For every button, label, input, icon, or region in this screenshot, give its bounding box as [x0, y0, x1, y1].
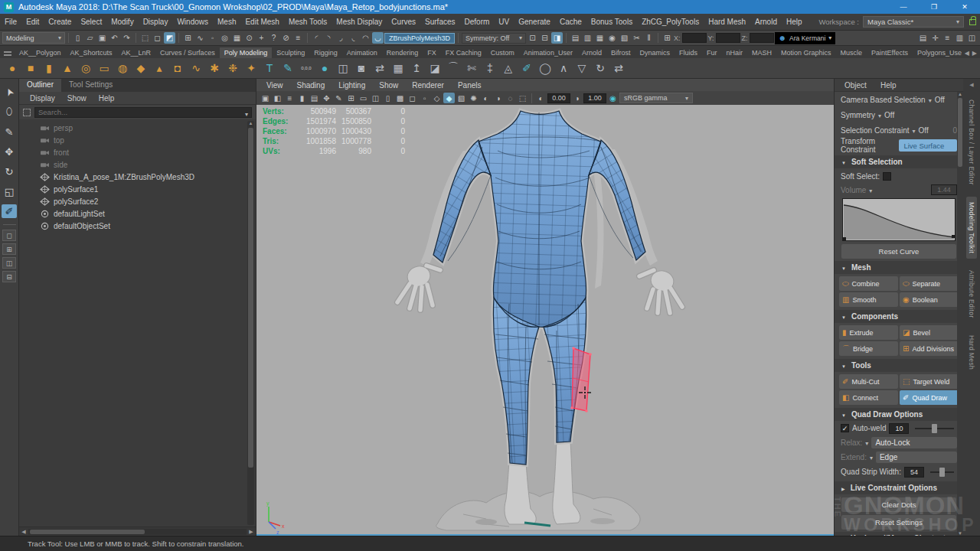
live-surface-button[interactable]: Live Surface — [899, 139, 957, 152]
zero-transform-icon[interactable]: 0,0,0 — [297, 59, 315, 77]
shelf-scroll-arrows[interactable]: ◀▶ — [962, 48, 980, 58]
wireframe-icon[interactable]: ◇ — [431, 93, 443, 103]
sidebar-vertical-tab[interactable]: Channel Box / Layer Editor — [966, 94, 977, 191]
scrollbar-thumb[interactable] — [958, 98, 962, 167]
shelf-tab[interactable]: Poly Modeling — [220, 47, 273, 58]
shelf-tab[interactable]: FX Caching — [441, 47, 486, 58]
viewport-canvas[interactable]: x y z Verts: 500949 500367 0 Ed — [256, 105, 834, 534]
poly-pipe-icon[interactable]: ◘ — [168, 59, 187, 77]
close-button[interactable]: ✕ — [949, 0, 980, 14]
tool-settings-toggle-icon[interactable]: ✛ — [929, 32, 941, 44]
menu-item[interactable]: Help — [782, 18, 807, 26]
outliner-item[interactable]: defaultObjectSet — [19, 220, 256, 232]
outliner-menu-item[interactable]: Show — [61, 94, 93, 103]
construction-history-icon[interactable]: ◜ — [311, 32, 322, 44]
shelf-tab[interactable]: AK__LnR — [117, 47, 156, 58]
falloff-curve-widget[interactable] — [842, 198, 956, 241]
shelf-tab[interactable]: PaintEffects — [867, 47, 913, 58]
tab-outliner[interactable]: Outliner — [19, 79, 61, 92]
mesh-tool-button[interactable]: ⬭Separate — [900, 276, 959, 291]
selection-highlight-icon[interactable]: ◡ — [372, 32, 384, 44]
color-managed-icon[interactable]: ◉ — [607, 93, 619, 103]
redo-icon[interactable]: ↷ — [121, 32, 132, 44]
sphere-projection-icon[interactable]: ● — [315, 59, 334, 77]
shadows-icon[interactable]: ◐ — [480, 93, 492, 103]
outliner-vertical-scrollbar[interactable]: ▲ — [247, 121, 254, 525]
field-chart-icon[interactable]: ▩ — [394, 93, 406, 103]
shelf-tab[interactable]: Fluids — [675, 47, 702, 58]
shelf-tab[interactable]: Bifrost — [606, 47, 635, 58]
use-all-lights-icon[interactable]: ✺ — [468, 93, 479, 103]
slider-thumb[interactable] — [939, 468, 945, 477]
snap-grid-icon[interactable]: ⊞ — [182, 32, 194, 44]
scroll-up-icon[interactable]: ▲ — [957, 92, 963, 96]
plus-icon[interactable]: + — [256, 32, 267, 44]
poly-sphere-icon[interactable]: ● — [3, 59, 21, 77]
snap-point-icon[interactable]: ◦ — [207, 32, 218, 44]
object-name-field[interactable]: ZBrushPolyMesh3D — [384, 33, 455, 44]
colorspace-dropdown[interactable]: sRGB gamma — [619, 93, 693, 103]
save-scene-icon[interactable]: ▣ — [96, 32, 108, 44]
component-tool-button[interactable]: ⌒Bridge — [839, 341, 898, 356]
slider-thumb[interactable] — [932, 424, 937, 433]
minimize-button[interactable]: — — [888, 0, 919, 14]
shelf-tab[interactable]: Custom — [486, 47, 519, 58]
toolkit-menu-help[interactable]: Help — [875, 81, 902, 90]
outliner-item[interactable]: front — [19, 146, 256, 158]
render-settings-icon[interactable]: ◉ — [606, 32, 618, 44]
ipr-render-icon[interactable]: ▦ — [594, 32, 606, 44]
shelf-tab[interactable]: FX — [423, 47, 441, 58]
tool-button[interactable]: ✐Quad Draw — [900, 390, 959, 405]
account-menu[interactable]: ☻ Ara Kermani — [775, 32, 836, 44]
poly-helix-icon[interactable]: ∿ — [187, 59, 205, 77]
pause-icon[interactable]: ‖ — [643, 32, 655, 44]
component-tool-button[interactable]: ▮Extrude — [839, 325, 898, 340]
menu-item[interactable]: Generate — [514, 18, 555, 26]
toolkit-scrollbar[interactable]: ▲ ▼ — [957, 92, 963, 536]
menu-item[interactable]: Mesh Tools — [284, 18, 332, 26]
outliner-item[interactable]: defaultLightSet — [19, 207, 256, 220]
scale-tool-icon[interactable]: ◱ — [2, 184, 17, 198]
crease-icon[interactable]: ∧ — [554, 59, 573, 77]
snap-help-icon[interactable]: ? — [268, 32, 279, 44]
menu-item[interactable]: Mesh — [213, 18, 240, 26]
sidebar-vertical-tab[interactable]: Attribute Editor — [966, 265, 977, 324]
outliner-item[interactable]: top — [19, 134, 256, 146]
gate-mask-icon[interactable]: ▯ — [382, 93, 394, 103]
paint-select-tool-icon[interactable]: ✎ — [2, 125, 17, 139]
rotate-tool-icon[interactable]: ↻ — [2, 165, 17, 178]
move-tool-icon[interactable]: ✥ — [2, 145, 17, 158]
no-construction-history-icon[interactable]: ◝ — [323, 32, 335, 44]
render-current-frame-icon[interactable]: ▥ — [582, 32, 593, 44]
menu-item[interactable]: Edit — [21, 18, 44, 26]
menu-item[interactable]: Surfaces — [420, 18, 459, 26]
attribute-editor-toggle-icon[interactable]: ▤ — [917, 32, 929, 44]
shaded-icon[interactable]: ◆ — [443, 93, 455, 103]
menu-item[interactable]: Select — [76, 18, 106, 26]
sidebar-vertical-tab[interactable]: Hard Mesh — [966, 330, 977, 375]
connect-icon[interactable]: ‡ — [481, 59, 499, 77]
collapse-panel-icon[interactable]: ◀ — [969, 82, 973, 88]
bookmark-icon[interactable]: ▮ — [296, 93, 308, 103]
gamma-field[interactable]: 1.00 — [583, 93, 606, 103]
two-pane-side-layout-icon[interactable]: ◫ — [2, 257, 16, 269]
sweep-mesh-icon[interactable]: ✎ — [279, 59, 297, 77]
viewport-menu-item[interactable]: Renderer — [405, 81, 451, 90]
tool-button[interactable]: ⬚Target Weld — [900, 374, 959, 389]
poly-disc-icon[interactable]: ◍ — [113, 59, 132, 77]
poly-cone-icon[interactable]: ▲ — [58, 59, 77, 77]
scroll-right-icon[interactable]: ▶ — [247, 529, 256, 535]
outliner-item[interactable]: polySurface1 — [19, 183, 256, 195]
menu-item[interactable]: Arnold — [750, 18, 782, 26]
new-scene-icon[interactable]: ▯ — [72, 32, 83, 44]
safe-title-icon[interactable]: ▫ — [419, 93, 430, 103]
scroll-left-icon[interactable]: ◀ — [19, 529, 28, 535]
input-connections-icon[interactable]: ⊡ — [527, 32, 538, 44]
components-section-header[interactable]: Components — [835, 310, 963, 323]
shelf-tab[interactable]: Polygons_User — [913, 47, 962, 58]
shelf-tab[interactable]: Sculpting — [272, 47, 309, 58]
search-filter-icon[interactable] — [23, 109, 31, 116]
mesh-tool-button[interactable]: ▥Smooth — [839, 292, 898, 307]
extend-field[interactable]: Edge — [876, 452, 957, 463]
workspace-toggle-icon[interactable]: ◫ — [966, 32, 978, 44]
